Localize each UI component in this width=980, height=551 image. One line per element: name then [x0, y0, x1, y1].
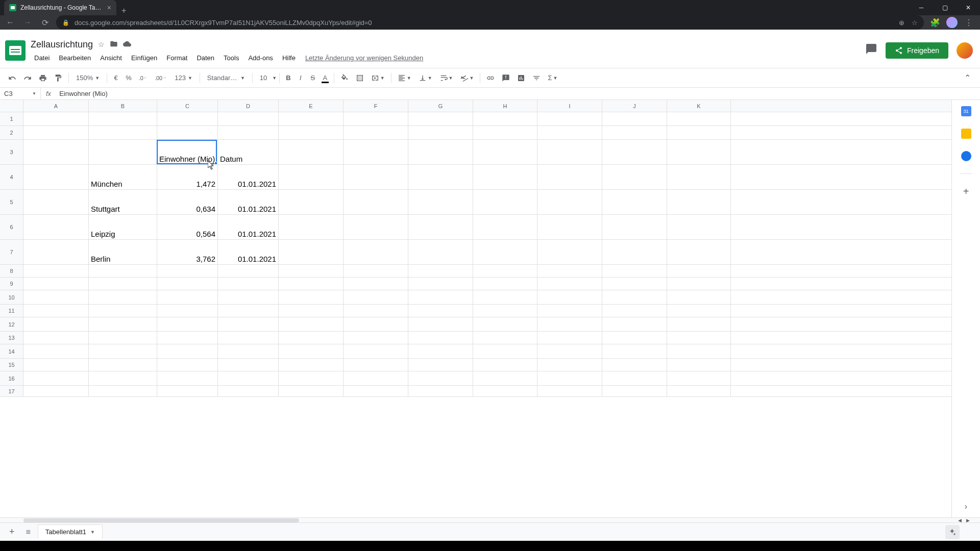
cell[interactable] — [667, 140, 731, 164]
minimize-button[interactable]: ─ — [910, 0, 933, 15]
cell[interactable] — [537, 386, 602, 396]
column-header[interactable]: A — [23, 100, 89, 112]
cell[interactable] — [602, 359, 667, 371]
row-header[interactable]: 8 — [0, 265, 23, 277]
cell[interactable] — [89, 332, 157, 344]
row-header[interactable]: 7 — [0, 240, 23, 264]
extensions-icon[interactable]: 🧩 — [929, 18, 941, 28]
cell[interactable] — [602, 215, 667, 239]
cell[interactable] — [344, 165, 408, 189]
cell[interactable]: Leipzig — [89, 215, 157, 239]
name-box[interactable]: C3 ▼ — [0, 88, 41, 99]
cell[interactable] — [473, 165, 537, 189]
scroll-left-icon[interactable]: ◀ — [955, 518, 964, 522]
cell[interactable] — [279, 140, 344, 164]
cell[interactable] — [344, 344, 408, 358]
cell[interactable] — [667, 371, 731, 385]
column-header[interactable]: C — [157, 100, 218, 112]
filter-button[interactable] — [529, 72, 544, 84]
print-button[interactable] — [36, 72, 50, 84]
row-header[interactable]: 15 — [0, 359, 23, 371]
cell[interactable] — [23, 371, 89, 385]
cell[interactable] — [473, 290, 537, 304]
cell[interactable] — [667, 240, 731, 264]
cell[interactable] — [537, 278, 602, 290]
cell[interactable] — [344, 371, 408, 385]
cell[interactable] — [408, 386, 473, 396]
cell[interactable] — [279, 165, 344, 189]
cell[interactable] — [279, 190, 344, 214]
row-header[interactable]: 5 — [0, 190, 23, 214]
cell[interactable] — [23, 190, 89, 214]
row-header[interactable]: 13 — [0, 332, 23, 344]
cell[interactable] — [344, 278, 408, 290]
cell[interactable] — [537, 359, 602, 371]
decrease-decimal-button[interactable]: .0← — [136, 73, 151, 83]
cell[interactable] — [157, 290, 218, 304]
cell[interactable] — [279, 317, 344, 331]
cell[interactable] — [89, 359, 157, 371]
share-button[interactable]: Freigeben — [886, 42, 948, 59]
cell[interactable] — [473, 240, 537, 264]
cell[interactable] — [537, 240, 602, 264]
zoom-icon[interactable]: ⊕ — [899, 19, 904, 27]
cell[interactable]: 3,762 — [157, 240, 218, 264]
cell[interactable] — [157, 344, 218, 358]
forward-button[interactable]: → — [21, 18, 34, 27]
cell[interactable] — [667, 359, 731, 371]
cell[interactable]: 01.01.2021 — [218, 165, 279, 189]
row-header[interactable]: 4 — [0, 165, 23, 189]
cell[interactable] — [89, 317, 157, 331]
cell[interactable] — [473, 265, 537, 277]
cell[interactable] — [408, 305, 473, 317]
cell[interactable] — [408, 317, 473, 331]
cell[interactable] — [602, 305, 667, 317]
cell[interactable] — [279, 112, 344, 126]
cell[interactable] — [157, 278, 218, 290]
cell[interactable] — [473, 386, 537, 396]
cell[interactable] — [537, 305, 602, 317]
cell[interactable] — [667, 215, 731, 239]
address-bar[interactable]: 🔒 docs.google.com/spreadsheets/d/1L0CRXr… — [56, 15, 924, 30]
cell[interactable]: Berlin — [89, 240, 157, 264]
cell[interactable] — [667, 317, 731, 331]
cell[interactable] — [279, 215, 344, 239]
cell[interactable] — [23, 305, 89, 317]
menu-edit[interactable]: Bearbeiten — [55, 53, 94, 63]
cell[interactable] — [473, 190, 537, 214]
strike-button[interactable]: S — [307, 72, 318, 84]
cell[interactable]: Datum — [218, 140, 279, 164]
cell[interactable] — [344, 126, 408, 139]
cell[interactable] — [537, 371, 602, 385]
cell[interactable] — [667, 190, 731, 214]
cell[interactable] — [602, 317, 667, 331]
row-header[interactable]: 9 — [0, 278, 23, 290]
menu-file[interactable]: Datei — [31, 53, 53, 63]
comments-button[interactable] — [865, 43, 877, 58]
cell[interactable] — [602, 140, 667, 164]
cell[interactable] — [408, 215, 473, 239]
increase-decimal-button[interactable]: .00→ — [152, 73, 169, 83]
cell[interactable] — [279, 344, 344, 358]
cell[interactable] — [408, 165, 473, 189]
cell[interactable] — [408, 190, 473, 214]
cell[interactable] — [473, 371, 537, 385]
column-header[interactable]: I — [537, 100, 602, 112]
cell[interactable] — [218, 112, 279, 126]
cell[interactable] — [602, 278, 667, 290]
cell[interactable] — [408, 344, 473, 358]
cell[interactable] — [344, 215, 408, 239]
cell[interactable] — [23, 126, 89, 139]
menu-addons[interactable]: Add-ons — [244, 53, 276, 63]
keep-icon[interactable] — [961, 129, 971, 139]
cell[interactable]: 01.01.2021 — [218, 190, 279, 214]
cell[interactable] — [667, 265, 731, 277]
cell[interactable] — [344, 240, 408, 264]
cell[interactable] — [279, 290, 344, 304]
cell[interactable] — [473, 359, 537, 371]
cell[interactable] — [602, 126, 667, 139]
cell[interactable] — [23, 265, 89, 277]
cell[interactable] — [218, 332, 279, 344]
cell[interactable] — [344, 386, 408, 396]
cell[interactable] — [537, 317, 602, 331]
